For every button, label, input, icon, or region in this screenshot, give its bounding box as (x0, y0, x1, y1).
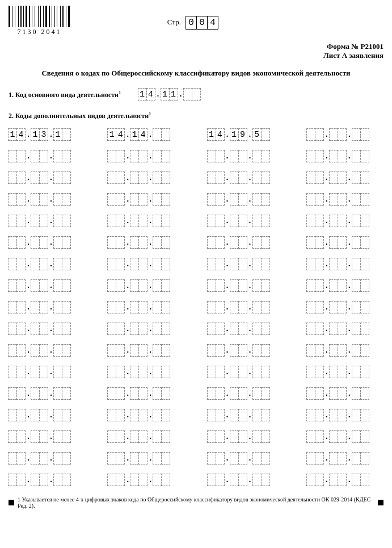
code-cell[interactable] (306, 193, 315, 206)
code-cell[interactable] (138, 409, 147, 421)
code-cell[interactable] (130, 150, 139, 162)
code-cell[interactable] (138, 193, 147, 206)
code-cell[interactable] (352, 215, 361, 227)
code-cell[interactable] (238, 236, 247, 249)
code-cell[interactable] (39, 387, 48, 400)
code-cell[interactable] (39, 215, 48, 227)
code-cell[interactable] (252, 366, 262, 378)
code-cell[interactable] (8, 366, 17, 378)
code-cell[interactable]: 1 (138, 88, 147, 101)
code-cell[interactable] (261, 366, 270, 378)
code-cell[interactable] (130, 323, 139, 335)
code-cell[interactable] (183, 88, 192, 101)
code-cell[interactable] (252, 171, 262, 184)
code-cell[interactable] (315, 236, 324, 249)
code-cell[interactable] (315, 344, 324, 357)
code-cell[interactable] (238, 258, 247, 270)
code-cell[interactable] (8, 193, 17, 206)
code-cell[interactable] (116, 430, 125, 443)
code-cell[interactable] (360, 236, 369, 249)
code-cell[interactable] (8, 430, 17, 443)
code-cell[interactable] (230, 150, 239, 162)
code-cell[interactable] (62, 128, 71, 141)
code-cell[interactable] (53, 150, 62, 162)
code-cell[interactable] (352, 366, 361, 378)
code-cell[interactable] (352, 409, 361, 421)
code-cell[interactable] (329, 344, 338, 357)
code-cell[interactable] (130, 193, 139, 206)
code-cell[interactable] (338, 150, 347, 162)
code-cell[interactable] (31, 171, 40, 184)
code-cell[interactable] (107, 409, 116, 421)
code-cell[interactable] (62, 279, 71, 292)
code-cell[interactable] (8, 171, 17, 184)
code-cell[interactable] (329, 171, 338, 184)
code-cell[interactable] (39, 344, 48, 357)
code-cell[interactable] (252, 279, 262, 292)
code-cell[interactable]: 1 (8, 128, 17, 141)
code-cell[interactable] (252, 236, 262, 249)
code-cell[interactable] (16, 236, 26, 249)
code-cell[interactable] (161, 150, 170, 162)
code-cell[interactable] (62, 452, 71, 465)
code-cell[interactable] (207, 236, 216, 249)
code-cell[interactable] (16, 150, 26, 162)
code-cell[interactable] (107, 279, 116, 292)
code-cell[interactable]: 9 (238, 128, 247, 141)
code-cell[interactable] (53, 366, 62, 378)
code-cell[interactable] (138, 430, 147, 443)
code-cell[interactable] (153, 452, 162, 465)
code-cell[interactable]: 4 (116, 128, 125, 141)
code-cell[interactable] (207, 474, 216, 486)
code-cell[interactable] (338, 409, 347, 421)
code-cell[interactable] (306, 474, 315, 486)
code-cell[interactable] (53, 279, 62, 292)
code-cell[interactable] (53, 387, 62, 400)
code-cell[interactable] (153, 150, 162, 162)
code-cell[interactable] (252, 215, 262, 227)
code-cell[interactable] (207, 344, 216, 357)
code-cell[interactable] (31, 387, 40, 400)
code-cell[interactable]: 1 (53, 128, 62, 141)
code-cell[interactable] (107, 452, 116, 465)
code-cell[interactable] (230, 344, 239, 357)
code-cell[interactable] (352, 323, 361, 335)
code-cell[interactable] (252, 452, 262, 465)
code-cell[interactable] (153, 279, 162, 292)
code-cell[interactable] (352, 430, 361, 443)
code-cell[interactable] (360, 279, 369, 292)
code-cell[interactable] (31, 323, 40, 335)
code-cell[interactable] (329, 215, 338, 227)
code-cell[interactable] (360, 128, 369, 141)
code-cell[interactable] (315, 215, 324, 227)
code-cell[interactable] (62, 171, 71, 184)
code-cell[interactable] (62, 258, 71, 270)
code-cell[interactable] (230, 258, 239, 270)
code-cell[interactable] (116, 279, 125, 292)
code-cell[interactable] (261, 387, 270, 400)
code-cell[interactable] (107, 430, 116, 443)
code-cell[interactable] (53, 215, 62, 227)
code-cell[interactable] (8, 258, 17, 270)
code-cell[interactable] (238, 452, 247, 465)
code-cell[interactable] (161, 236, 170, 249)
code-cell[interactable] (39, 430, 48, 443)
code-cell[interactable] (252, 474, 262, 486)
code-cell[interactable] (53, 258, 62, 270)
code-cell[interactable] (31, 430, 40, 443)
code-cell[interactable] (238, 430, 247, 443)
code-cell[interactable] (53, 474, 62, 486)
code-cell[interactable] (153, 171, 162, 184)
code-cell[interactable] (207, 366, 216, 378)
code-cell[interactable] (39, 236, 48, 249)
code-cell[interactable]: 5 (252, 128, 262, 141)
code-cell[interactable] (31, 366, 40, 378)
code-cell[interactable] (238, 344, 247, 357)
code-cell[interactable] (352, 301, 361, 313)
code-cell[interactable] (39, 409, 48, 421)
code-cell[interactable] (238, 150, 247, 162)
code-cell[interactable] (252, 409, 262, 421)
code-cell[interactable] (230, 409, 239, 421)
code-cell[interactable] (306, 430, 315, 443)
code-cell[interactable] (230, 452, 239, 465)
